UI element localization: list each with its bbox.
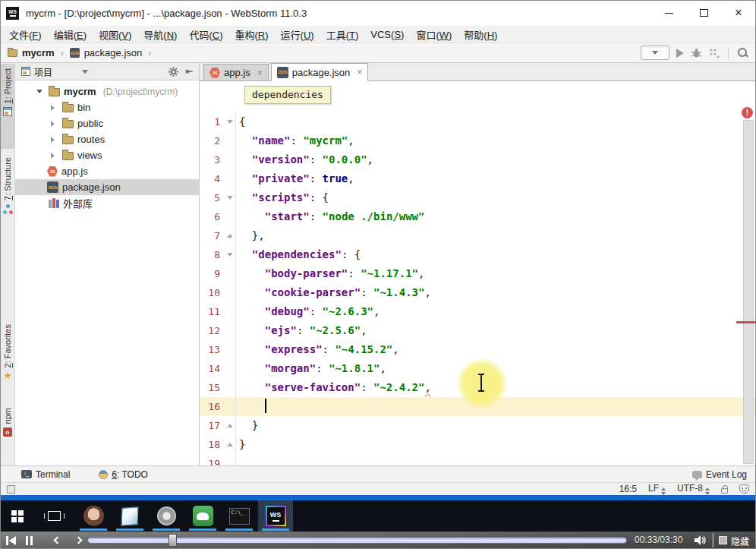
lock-icon[interactable] — [721, 488, 728, 494]
code-text[interactable]: } — [235, 416, 756, 435]
code-line[interactable]: 2 "name": "mycrm", — [200, 131, 756, 150]
code-line[interactable]: 3 "version": "0.0.0", — [200, 150, 756, 169]
taskbar-button-tortoisesvn[interactable] — [185, 500, 220, 532]
previous-button[interactable] — [55, 532, 60, 549]
search-icon[interactable] — [737, 47, 748, 58]
code-text[interactable]: "start": "node ./bin/www" — [235, 207, 756, 226]
tree-item--[interactable]: 外部库 — [15, 195, 199, 211]
close-icon[interactable]: × — [357, 67, 362, 77]
code-line[interactable]: 10 "cookie-parser": "~1.4.3", — [200, 283, 756, 302]
collapse-arrow-icon[interactable] — [47, 121, 58, 127]
code-text[interactable]: "private": true, — [235, 169, 756, 188]
tree-item-routes[interactable]: routes — [15, 131, 199, 147]
taskbar-button-start[interactable] — [0, 500, 35, 532]
breadcrumb-project[interactable]: mycrm — [22, 47, 55, 58]
menu-item[interactable]: VCS(S) — [364, 27, 410, 42]
menu-item[interactable]: 窗口(W) — [410, 26, 458, 43]
code-text[interactable]: "dependencies": { — [235, 245, 756, 264]
tree-item-mycrm[interactable]: mycrm(D:\project\mycrm) — [15, 84, 199, 99]
code-text[interactable]: "ejs": "~2.5.6", — [235, 321, 756, 340]
event-log-button[interactable]: Event Log — [692, 469, 747, 480]
code-line[interactable]: 18} — [200, 435, 756, 454]
code-line[interactable]: 7 }, — [200, 226, 756, 245]
taskbar-button-task-view[interactable] — [36, 500, 71, 532]
code-text[interactable]: "debug": "~2.6.3", — [235, 302, 756, 321]
stripe-tab-structure[interactable]: 7: Structure — [0, 157, 15, 214]
stripe-tab-favorites[interactable]: 2: Favorites★ — [0, 324, 15, 380]
pause-button[interactable] — [26, 532, 33, 549]
code-text[interactable]: { — [235, 112, 756, 131]
code-text[interactable] — [235, 454, 756, 465]
code-text[interactable]: "version": "0.0.0", — [235, 150, 756, 169]
code-line[interactable]: 6 "start": "node ./bin/www" — [200, 207, 756, 226]
skip-to-start-button[interactable] — [6, 532, 16, 549]
tree-item-app-js[interactable]: JSapp.js — [15, 163, 199, 179]
taskbar-button-webstorm[interactable]: WS — [258, 500, 293, 532]
view-mode-dropdown-icon[interactable] — [82, 70, 88, 74]
code-line[interactable]: 5 "scripts": { — [200, 188, 756, 207]
menu-item[interactable]: 运行(U) — [275, 26, 320, 43]
gear-icon[interactable] — [169, 67, 178, 77]
line-separator-select[interactable]: LF — [648, 483, 666, 495]
menu-item[interactable]: 帮助(H) — [458, 26, 503, 43]
run-configuration-select[interactable] — [641, 46, 669, 60]
error-indicator[interactable]: ! — [742, 107, 753, 118]
collapse-arrow-icon[interactable] — [47, 105, 58, 111]
code-text[interactable]: }, — [235, 226, 756, 245]
fold-marker[interactable] — [224, 234, 235, 238]
tree-item-bin[interactable]: bin — [15, 99, 199, 115]
collapse-arrow-icon[interactable] — [47, 153, 58, 159]
toolwindow-toggle-icon[interactable] — [7, 485, 15, 494]
project-panel-title[interactable]: 项目 — [34, 65, 52, 78]
inspections-hector-icon[interactable] — [739, 484, 749, 494]
code-text[interactable]: "cookie-parser": "~1.4.3", — [235, 283, 756, 302]
menu-item[interactable]: 工具(T) — [320, 26, 365, 43]
volume-icon[interactable] — [695, 535, 707, 545]
encoding-select[interactable]: UTF-8 — [677, 483, 710, 495]
run-icon[interactable] — [676, 49, 684, 58]
next-button[interactable] — [76, 532, 81, 549]
error-stripe-mark[interactable] — [736, 321, 756, 323]
fold-marker[interactable] — [224, 253, 235, 257]
coverage-icon[interactable] — [709, 48, 720, 58]
terminal-button[interactable]: ›_ Terminal — [21, 469, 70, 480]
taskbar-button-notepad[interactable] — [112, 500, 147, 532]
taskbar-button-cmd[interactable]: C:\_ — [222, 500, 257, 532]
code-line[interactable]: 1{ — [200, 112, 756, 131]
close-button[interactable]: × — [721, 1, 756, 26]
hide-checkbox[interactable] — [719, 536, 727, 544]
menu-item[interactable]: 代码(C) — [183, 26, 228, 43]
tab-package-json[interactable]: JSONpackage.json× — [271, 63, 369, 81]
fold-marker[interactable] — [224, 196, 235, 200]
tree-item-views[interactable]: views — [15, 147, 199, 163]
code-text[interactable]: "express": "~4.15.2", — [235, 340, 756, 359]
fold-marker[interactable] — [224, 424, 235, 428]
taskbar-button-avatar[interactable] — [76, 500, 111, 532]
close-icon[interactable]: × — [257, 68, 263, 78]
seek-handle[interactable] — [169, 534, 177, 547]
code-text[interactable]: "name": "mycrm", — [235, 131, 756, 150]
taskbar-button-speaker[interactable] — [149, 500, 184, 532]
editor-body[interactable]: dependencies 1{2 "name": "mycrm",3 "vers… — [200, 81, 756, 465]
code-text[interactable]: "body-parser": "~1.17.1", — [235, 264, 756, 283]
code-line[interactable]: 19 — [200, 454, 756, 465]
fold-marker[interactable] — [224, 443, 235, 446]
tree-item-package-json[interactable]: JSONpackage.json — [15, 179, 199, 195]
fold-marker[interactable] — [224, 120, 235, 124]
tab-app-js[interactable]: JSapp.js× — [203, 64, 269, 80]
menu-item[interactable]: 导航(N) — [137, 26, 183, 43]
debug-icon[interactable] — [691, 48, 702, 58]
code-line[interactable]: 12 "ejs": "~2.5.6", — [200, 321, 756, 340]
maximize-button[interactable] — [686, 1, 721, 26]
collapse-arrow-icon[interactable] — [47, 137, 58, 143]
tree-item-public[interactable]: public — [15, 115, 199, 131]
menu-item[interactable]: 重构(R) — [229, 26, 275, 43]
menu-item[interactable]: 编辑(E) — [48, 26, 93, 43]
code-line[interactable]: 17 } — [200, 416, 756, 435]
breadcrumb-file[interactable]: package.json — [84, 47, 143, 58]
stripe-tab-npm[interactable]: npmn — [0, 408, 15, 437]
menu-item[interactable]: 文件(F) — [3, 26, 48, 43]
minimize-button[interactable] — [651, 1, 686, 26]
stripe-tab-project[interactable]: 1: Project — [0, 64, 15, 149]
breadcrumb-hint[interactable]: dependencies — [244, 86, 331, 104]
